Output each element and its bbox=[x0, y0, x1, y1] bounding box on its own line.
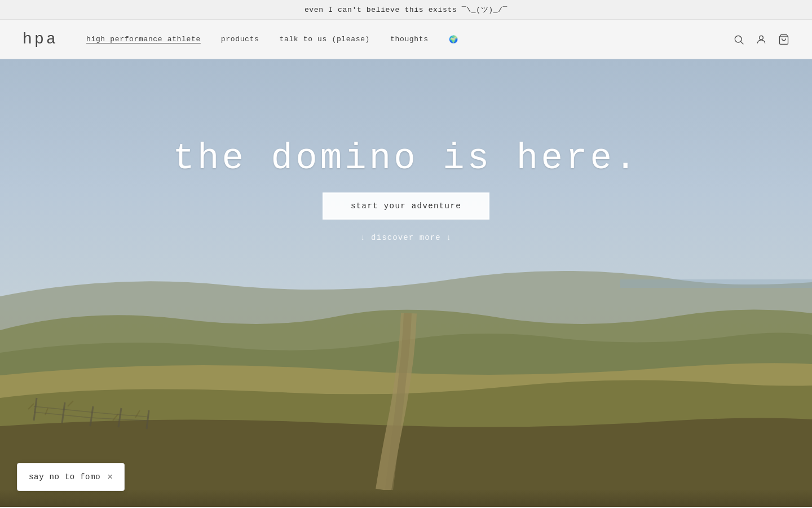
hero-background bbox=[0, 59, 812, 507]
fomo-popup: say no to fomo × bbox=[17, 463, 125, 491]
svg-point-2 bbox=[760, 36, 764, 40]
login-button[interactable] bbox=[756, 34, 767, 45]
hero-section: the domino is here. start your adventure… bbox=[0, 59, 812, 507]
fomo-close-button[interactable]: × bbox=[107, 472, 112, 481]
search-icon bbox=[733, 34, 744, 45]
hero-title: the domino is here. bbox=[173, 138, 639, 179]
nav-item-globe[interactable]: 🌍 bbox=[449, 35, 458, 44]
nav-item-products[interactable]: products bbox=[221, 35, 259, 43]
search-button[interactable] bbox=[733, 34, 744, 45]
svg-rect-10 bbox=[620, 279, 812, 288]
svg-point-0 bbox=[735, 36, 742, 42]
landscape-svg bbox=[0, 59, 812, 490]
header-icons bbox=[733, 34, 789, 45]
announcement-bar: even I can't believe this exists ¯\_(ツ)_… bbox=[0, 0, 812, 20]
cart-button[interactable] bbox=[778, 34, 789, 45]
nav-item-talk[interactable]: talk to us (please) bbox=[279, 35, 370, 43]
discover-more-link[interactable]: ↓ discover more ↓ bbox=[360, 233, 452, 242]
hero-content: the domino is here. start your adventure… bbox=[173, 138, 639, 242]
cta-button[interactable]: start your adventure bbox=[323, 192, 489, 220]
cart-icon bbox=[778, 34, 789, 45]
nav-item-thoughts[interactable]: thoughts bbox=[390, 35, 429, 43]
svg-line-1 bbox=[741, 41, 744, 44]
logo[interactable]: hpa bbox=[23, 30, 58, 48]
fomo-text: say no to fomo bbox=[29, 472, 100, 481]
user-icon bbox=[756, 34, 767, 45]
header: hpa high performance athlete products ta… bbox=[0, 20, 812, 59]
nav: high performance athlete products talk t… bbox=[86, 35, 733, 44]
nav-item-hpa[interactable]: high performance athlete bbox=[86, 35, 201, 43]
announcement-text: even I can't believe this exists ¯\_(ツ)_… bbox=[304, 6, 508, 14]
